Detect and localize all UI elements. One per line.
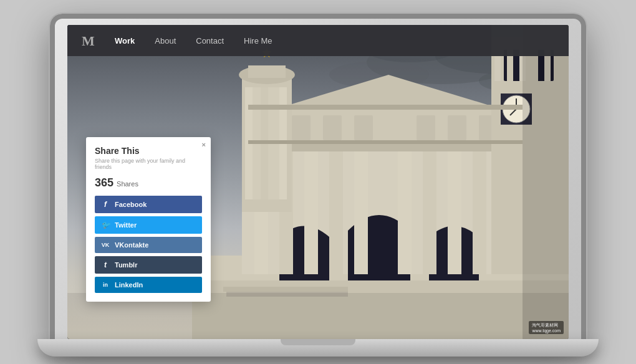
- svg-rect-19: [354, 143, 368, 274]
- svg-rect-56: [523, 25, 569, 339]
- svg-rect-17: [304, 143, 318, 274]
- share-vkontakte-button[interactable]: VK VKontakte: [95, 237, 202, 253]
- nav-links: Work About Contact Hire Me: [111, 34, 276, 48]
- svg-rect-23: [473, 143, 486, 274]
- share-modal-title: Share This: [95, 146, 202, 156]
- linkedin-label: LinkedIn: [115, 281, 143, 289]
- tumblr-label: Tumblr: [115, 261, 137, 269]
- share-modal-subtitle: Share this page with your family and fri…: [95, 158, 202, 170]
- nav-link-contact[interactable]: Contact: [192, 34, 228, 48]
- twitter-label: Twitter: [115, 221, 137, 229]
- svg-rect-30: [448, 115, 466, 140]
- facebook-label: Facebook: [115, 201, 147, 208]
- twitter-icon: 🐦: [101, 221, 110, 229]
- share-count-row: 365 Shares: [95, 176, 202, 189]
- svg-rect-7: [223, 287, 348, 292]
- svg-text:M: M: [82, 33, 95, 49]
- svg-rect-27: [323, 115, 342, 140]
- svg-rect-18: [329, 143, 343, 274]
- watermark-line2: www.tqge.com: [532, 328, 561, 333]
- svg-rect-22: [448, 143, 461, 274]
- watermark-line1: 淘气哥素材网: [532, 322, 561, 328]
- share-twitter-button[interactable]: 🐦 Twitter: [95, 216, 202, 234]
- svg-rect-29: [417, 115, 435, 140]
- nav-link-work[interactable]: Work: [111, 34, 138, 48]
- navbar: M Work About Contact Hire Me: [67, 25, 569, 56]
- vkontakte-icon: VK: [101, 242, 110, 248]
- svg-rect-21: [423, 143, 436, 274]
- svg-rect-52: [248, 65, 286, 78]
- svg-rect-28: [354, 115, 373, 140]
- nav-link-about[interactable]: About: [151, 34, 180, 48]
- watermark: 淘气哥素材网 www.tqge.com: [529, 321, 564, 334]
- share-tumblr-button[interactable]: t Tumblr: [95, 256, 202, 274]
- share-close-button[interactable]: ×: [202, 141, 206, 148]
- share-facebook-button[interactable]: f Facebook: [95, 196, 202, 213]
- svg-rect-26: [292, 115, 311, 140]
- share-buttons-container: f Facebook 🐦 Twitter VK VKontakte t: [95, 196, 202, 293]
- laptop-base-notch: [281, 339, 355, 345]
- laptop-body: M Work About Contact Hire Me × Share Thi…: [50, 14, 586, 350]
- logo-icon: M: [80, 32, 98, 49]
- share-modal: × Share This Share this page with your f…: [86, 137, 211, 302]
- svg-rect-55: [248, 105, 523, 110]
- share-linkedin-button[interactable]: in LinkedIn: [95, 277, 202, 293]
- share-count-label: Shares: [117, 180, 138, 188]
- laptop-wrapper: M Work About Contact Hire Me × Share Thi…: [37, 7, 599, 357]
- nav-link-hireme[interactable]: Hire Me: [240, 34, 276, 48]
- tumblr-icon: t: [101, 261, 110, 269]
- screen-bezel: M Work About Contact Hire Me × Share Thi…: [67, 25, 569, 339]
- nav-logo[interactable]: M: [80, 31, 99, 50]
- svg-rect-54: [248, 140, 523, 144]
- linkedin-icon: in: [101, 282, 110, 288]
- vkontakte-label: VKontakte: [115, 241, 148, 249]
- svg-rect-20: [398, 143, 412, 274]
- facebook-icon: f: [101, 200, 110, 209]
- website-content: M Work About Contact Hire Me × Share Thi…: [67, 25, 569, 339]
- laptop-base: [37, 339, 599, 357]
- share-count: 365: [95, 176, 113, 189]
